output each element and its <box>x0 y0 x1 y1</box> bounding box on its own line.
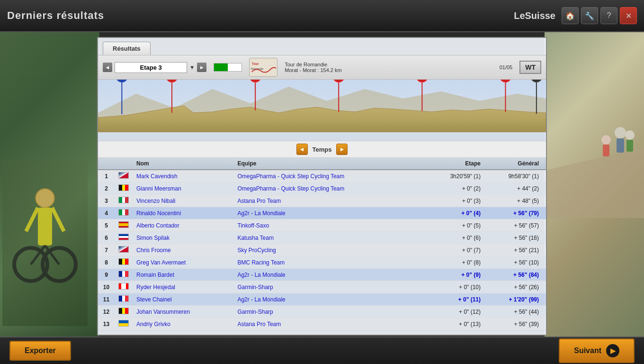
cell-flag <box>115 207 133 219</box>
cell-name[interactable]: Mark Cavendish <box>133 170 233 182</box>
cell-pos: 10 <box>98 281 115 293</box>
cell-general: + 56" (39) <box>484 318 546 330</box>
cell-team[interactable]: Ag2r - La Mondiale <box>233 269 423 281</box>
cell-flag <box>115 269 133 281</box>
cell-name[interactable]: Alberto Contador <box>133 219 233 232</box>
cell-flag <box>115 170 133 182</box>
wt-badge: WT <box>519 61 541 74</box>
cell-pos: 2 <box>98 182 115 195</box>
svg-rect-13 <box>626 140 633 152</box>
cell-name[interactable]: Vincenzo Nibali <box>133 195 233 207</box>
table-row: 7 Chris Froome Sky ProCycling + 0" (7) +… <box>98 244 546 256</box>
cell-team[interactable]: OmegaPharma - Quick Step Cycling Team <box>233 170 423 182</box>
table-row: 5 Alberto Contador Tinkoff-Saxo + 0" (5)… <box>98 219 546 232</box>
table-row: 11 Steve Chainel Ag2r - La Mondiale + 0"… <box>98 293 546 306</box>
svg-text:4: 4 <box>170 80 174 80</box>
cell-name[interactable]: Andriy Grivko <box>133 318 233 330</box>
cell-pos: 13 <box>98 318 115 330</box>
table-row: 6 Simon Spilak Katusha Team + 0" (6) + 5… <box>98 232 546 244</box>
cell-team[interactable]: Sky ProCycling <box>233 244 423 256</box>
cell-team[interactable]: BMC Racing Team <box>233 256 423 269</box>
cell-team[interactable]: Tinkoff-Saxo <box>233 219 423 232</box>
time-label: Temps <box>313 146 332 153</box>
cell-name[interactable]: Gianni Meersman <box>133 182 233 195</box>
cell-general: + 56" (44) <box>484 306 546 318</box>
cell-name[interactable]: Johan Vansummeren <box>133 306 233 318</box>
svg-line-7 <box>52 208 64 231</box>
cell-stage: + 0" (9) <box>423 269 484 281</box>
cell-team[interactable]: Garmin-Sharp <box>233 281 423 293</box>
results-table: Nom Equipe Etape Général 1 Mark Cavendis… <box>98 158 546 332</box>
svg-text:Tour: Tour <box>252 62 259 65</box>
cell-stage: + 0" (7) <box>423 244 484 256</box>
cell-stage: + 0" (8) <box>423 256 484 269</box>
table-row: 12 Johan Vansummeren Garmin-Sharp + 0" (… <box>98 306 546 318</box>
tab-results[interactable]: Résultats <box>103 42 151 55</box>
svg-line-6 <box>26 208 38 231</box>
race-info-bar: ◄ Etape 3 ▼ ► Tour Romandie Tour de Roma… <box>98 55 546 80</box>
svg-rect-9 <box>617 138 624 153</box>
table-row: 9 Romain Bardet Ag2r - La Mondiale + 0" … <box>98 269 546 281</box>
cell-general: + 56" (10) <box>484 256 546 269</box>
cell-pos: 5 <box>98 219 115 232</box>
cell-pos: 4 <box>98 207 115 219</box>
cell-pos: 14 <box>98 330 115 332</box>
table-row: 8 Greg Van Avermaet BMC Racing Team + 0"… <box>98 256 546 269</box>
cell-team[interactable]: OmegaPharma - Quick Step Cycling Team <box>233 182 423 195</box>
cell-general: + 56" (16) <box>484 232 546 244</box>
race-name: Tour de Romandie <box>285 62 492 67</box>
background-right <box>545 0 644 364</box>
export-button[interactable]: Exporter <box>9 341 71 361</box>
help-button[interactable]: ? <box>600 7 617 24</box>
cell-team[interactable]: FDJ.fr <box>233 330 423 332</box>
cell-general: + 1'20" (99) <box>484 293 546 306</box>
prev-stage-button[interactable]: ◄ <box>103 63 112 72</box>
cell-flag <box>115 232 133 244</box>
bottom-bar: Exporter Suivant ▶ <box>0 337 644 364</box>
table-row: 13 Andriy Grivko Astana Pro Team + 0" (1… <box>98 318 546 330</box>
cell-stage: + 0" (11) <box>423 293 484 306</box>
cell-team[interactable]: Katusha Team <box>233 232 423 244</box>
cell-team[interactable]: Ag2r - La Mondiale <box>233 293 423 306</box>
results-container[interactable]: Nom Equipe Etape Général 1 Mark Cavendis… <box>98 158 546 332</box>
cell-name[interactable]: Ryder Hesjedal <box>133 281 233 293</box>
next-button[interactable]: Suivant ▶ <box>559 338 635 363</box>
time-next-button[interactable]: ► <box>336 144 348 155</box>
cell-name[interactable]: Steve Chainel <box>133 293 233 306</box>
next-stage-button[interactable]: ► <box>197 63 206 72</box>
race-date: 01/05 <box>500 64 513 70</box>
cell-general: + 56" (21) <box>484 244 546 256</box>
col-pos <box>98 158 115 170</box>
race-details: Tour de Romandie Morat - Morat : 154.2 k… <box>285 62 492 73</box>
cell-stage: + 0" (4) <box>423 207 484 219</box>
cell-flag <box>115 293 133 306</box>
table-row: 1 Mark Cavendish OmegaPharma - Quick Ste… <box>98 170 546 182</box>
settings-button[interactable]: 🔧 <box>581 7 598 24</box>
cell-team[interactable]: Garmin-Sharp <box>233 306 423 318</box>
cell-team[interactable]: Astana Pro Team <box>233 195 423 207</box>
home-button[interactable]: 🏠 <box>562 7 579 24</box>
cell-stage: + 0" (13) <box>423 318 484 330</box>
cell-name[interactable]: Greg Van Avermaet <box>133 256 233 269</box>
cell-name[interactable]: Simon Spilak <box>133 232 233 244</box>
svg-point-12 <box>625 130 635 140</box>
time-nav: ◄ Temps ► <box>98 141 546 158</box>
table-row: 10 Ryder Hesjedal Garmin-Sharp + 0" (10)… <box>98 281 546 293</box>
cell-name[interactable]: Chris Froome <box>133 244 233 256</box>
cell-flag <box>115 182 133 195</box>
cell-pos: 7 <box>98 244 115 256</box>
cell-name[interactable]: Arthur Vichot <box>133 330 233 332</box>
cell-name[interactable]: Romain Bardet <box>133 269 233 281</box>
cell-stage: + 0" (12) <box>423 306 484 318</box>
cell-team[interactable]: Astana Pro Team <box>233 318 423 330</box>
close-button[interactable]: ✕ <box>620 7 637 24</box>
header: Derniers résultats LeSuisse 🏠 🔧 ? ✕ <box>0 0 644 32</box>
race-route: Morat - Morat : 154.2 km <box>285 67 492 73</box>
cell-stage: + 0" (14) <box>423 330 484 332</box>
stage-select[interactable]: Etape 3 <box>115 62 187 73</box>
col-general: Général <box>484 158 546 170</box>
table-row: 3 Vincenzo Nibali Astana Pro Team + 0" (… <box>98 195 546 207</box>
cell-team[interactable]: Ag2r - La Mondiale <box>233 207 423 219</box>
time-prev-button[interactable]: ◄ <box>296 144 308 155</box>
cell-name[interactable]: Rinaldo Nocentini <box>133 207 233 219</box>
